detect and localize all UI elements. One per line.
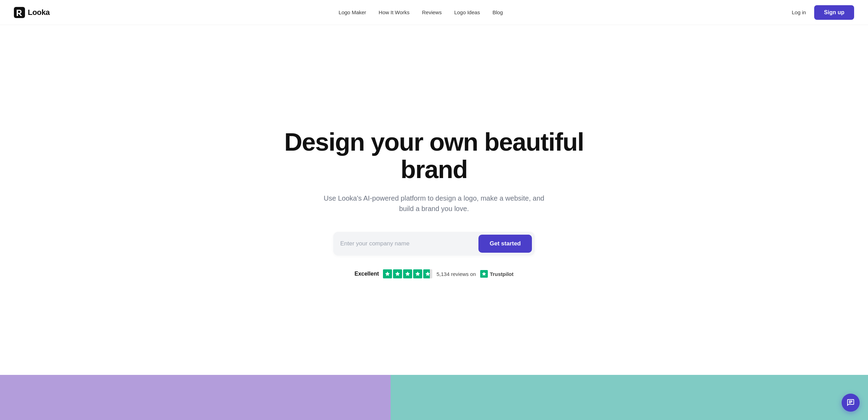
svg-marker-3	[406, 272, 410, 276]
star-3	[403, 269, 412, 278]
brand-name: Looka	[28, 8, 50, 17]
nav-logo-ideas[interactable]: Logo Ideas	[454, 9, 480, 15]
svg-marker-5	[426, 272, 430, 276]
nav-links: Logo Maker How It Works Reviews Logo Ide…	[339, 9, 503, 15]
chat-button[interactable]	[842, 394, 860, 412]
looka-logo-icon	[14, 7, 25, 18]
svg-rect-0	[14, 7, 25, 18]
company-name-input[interactable]	[340, 240, 478, 247]
star-2	[393, 269, 402, 278]
nav-logo-maker[interactable]: Logo Maker	[339, 9, 366, 15]
star-5-half	[423, 269, 432, 278]
svg-marker-6	[482, 272, 486, 276]
star-1	[383, 269, 392, 278]
star-4	[413, 269, 422, 278]
svg-marker-1	[385, 272, 390, 276]
chat-icon	[846, 398, 855, 407]
auth-buttons: Log in Sign up	[792, 5, 854, 20]
trustpilot-review-count: 5,134 reviews on	[436, 271, 476, 277]
login-button[interactable]: Log in	[792, 9, 806, 15]
hero-title: Design your own beautiful brand	[278, 128, 590, 183]
company-name-form: Get started	[333, 232, 535, 255]
svg-marker-4	[416, 272, 420, 276]
bottom-right-panel	[391, 375, 868, 420]
hero-subtitle: Use Looka's AI-powered platform to desig…	[316, 193, 552, 214]
trustpilot-rating-label: Excellent	[354, 271, 379, 277]
trustpilot-brand: Trustpilot	[480, 270, 514, 278]
svg-marker-2	[395, 272, 400, 276]
nav-blog[interactable]: Blog	[492, 9, 503, 15]
signup-button[interactable]: Sign up	[814, 5, 854, 20]
bottom-left-panel	[0, 375, 391, 420]
trustpilot-brand-name: Trustpilot	[490, 271, 514, 277]
trustpilot-row: Excellent 5,134 reviews on	[354, 269, 514, 278]
bottom-color-section	[0, 375, 868, 420]
trustpilot-stars	[383, 269, 432, 278]
navbar: Looka Logo Maker How It Works Reviews Lo…	[0, 0, 868, 25]
hero-section: Design your own beautiful brand Use Look…	[0, 25, 868, 375]
nav-reviews[interactable]: Reviews	[422, 9, 442, 15]
trustpilot-icon	[480, 270, 488, 278]
nav-how-it-works[interactable]: How It Works	[379, 9, 410, 15]
brand-logo[interactable]: Looka	[14, 7, 50, 18]
get-started-button[interactable]: Get started	[478, 235, 532, 253]
